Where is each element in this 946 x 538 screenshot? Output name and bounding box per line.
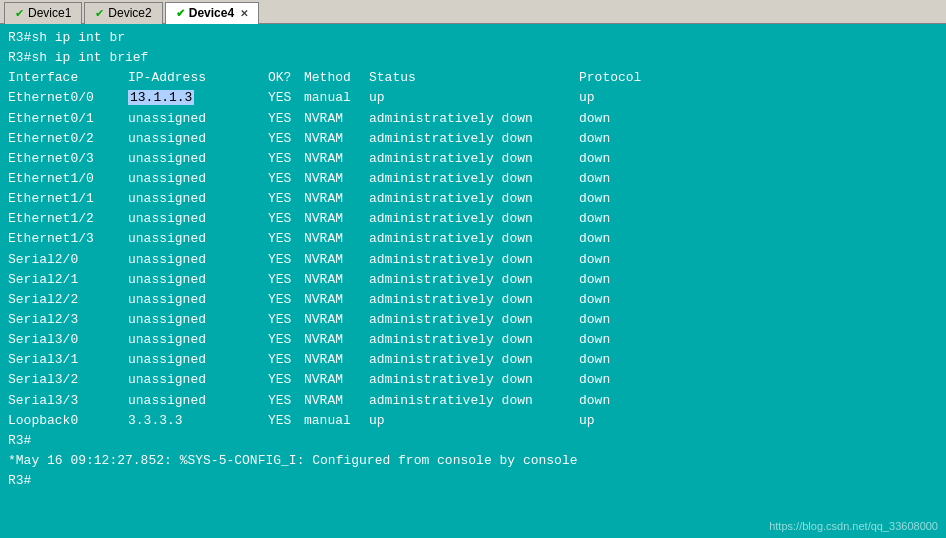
if-ser20: Serial2/0: [8, 250, 128, 270]
method-ser22: NVRAM: [304, 290, 369, 310]
check-icon-3: ✔: [176, 7, 185, 20]
ip-ser33: unassigned: [128, 391, 268, 411]
method-eth11: NVRAM: [304, 189, 369, 209]
row-ser21: Serial2/1 unassigned YES NVRAM administr…: [8, 270, 938, 290]
if-ser23: Serial2/3: [8, 310, 128, 330]
method-eth13: NVRAM: [304, 229, 369, 249]
status-ser31: administratively down: [369, 350, 579, 370]
ip-eth12: unassigned: [128, 209, 268, 229]
row-ser32: Serial3/2 unassigned YES NVRAM administr…: [8, 370, 938, 390]
ip-eth01: unassigned: [128, 109, 268, 129]
ip-ser23: unassigned: [128, 310, 268, 330]
ip-eth11: unassigned: [128, 189, 268, 209]
ok-eth10: YES: [268, 169, 304, 189]
status-lo0: up: [369, 411, 579, 431]
status-eth03: administratively down: [369, 149, 579, 169]
ip-ser20: unassigned: [128, 250, 268, 270]
line-header: Interface IP-Address OK? Method Status P…: [8, 68, 938, 88]
status-eth13: administratively down: [369, 229, 579, 249]
ok-eth00: YES: [268, 88, 304, 108]
if-eth11: Ethernet1/1: [8, 189, 128, 209]
header-ip: IP-Address: [128, 68, 268, 88]
row-eth10: Ethernet1/0 unassigned YES NVRAM adminis…: [8, 169, 938, 189]
header-protocol: Protocol: [579, 68, 641, 88]
status-ser33: administratively down: [369, 391, 579, 411]
tab-device2[interactable]: ✔ Device2: [84, 2, 162, 24]
if-ser22: Serial2/2: [8, 290, 128, 310]
ok-eth12: YES: [268, 209, 304, 229]
proto-ser23: down: [579, 310, 610, 330]
line-cmd2: R3#sh ip int brief: [8, 48, 938, 68]
prompt2-text: R3#: [8, 471, 31, 491]
ok-ser20: YES: [268, 250, 304, 270]
if-eth10: Ethernet1/0: [8, 169, 128, 189]
status-eth10: administratively down: [369, 169, 579, 189]
row-ser20: Serial2/0 unassigned YES NVRAM administr…: [8, 250, 938, 270]
ok-ser31: YES: [268, 350, 304, 370]
status-ser23: administratively down: [369, 310, 579, 330]
tab-device4-label: Device4: [189, 6, 234, 20]
proto-eth10: down: [579, 169, 610, 189]
if-lo0: Loopback0: [8, 411, 128, 431]
if-ser32: Serial3/2: [8, 370, 128, 390]
ip-eth00: 13.1.1.3: [128, 88, 268, 108]
proto-eth11: down: [579, 189, 610, 209]
method-ser32: NVRAM: [304, 370, 369, 390]
close-icon[interactable]: ✕: [240, 8, 248, 19]
method-eth10: NVRAM: [304, 169, 369, 189]
if-ser21: Serial2/1: [8, 270, 128, 290]
status-ser22: administratively down: [369, 290, 579, 310]
status-eth12: administratively down: [369, 209, 579, 229]
cmd2-text: R3#sh ip int brief: [8, 48, 148, 68]
status-eth01: administratively down: [369, 109, 579, 129]
ok-eth03: YES: [268, 149, 304, 169]
proto-lo0: up: [579, 411, 595, 431]
method-ser21: NVRAM: [304, 270, 369, 290]
proto-eth02: down: [579, 129, 610, 149]
ok-eth11: YES: [268, 189, 304, 209]
tab-device1[interactable]: ✔ Device1: [4, 2, 82, 24]
ok-ser21: YES: [268, 270, 304, 290]
row-eth13: Ethernet1/3 unassigned YES NVRAM adminis…: [8, 229, 938, 249]
tab-device4[interactable]: ✔ Device4 ✕: [165, 2, 259, 24]
status-eth11: administratively down: [369, 189, 579, 209]
proto-eth01: down: [579, 109, 610, 129]
method-ser20: NVRAM: [304, 250, 369, 270]
header-interface: Interface: [8, 68, 128, 88]
proto-ser22: down: [579, 290, 610, 310]
proto-ser31: down: [579, 350, 610, 370]
method-eth01: NVRAM: [304, 109, 369, 129]
ip-eth02: unassigned: [128, 129, 268, 149]
line-syslog: *May 16 09:12:27.852: %SYS-5-CONFIG_I: C…: [8, 451, 938, 471]
check-icon-2: ✔: [95, 7, 104, 20]
method-eth00: manual: [304, 88, 369, 108]
ip-ser21: unassigned: [128, 270, 268, 290]
ip-eth10: unassigned: [128, 169, 268, 189]
ip-eth03: unassigned: [128, 149, 268, 169]
tab-device1-label: Device1: [28, 6, 71, 20]
row-ser31: Serial3/1 unassigned YES NVRAM administr…: [8, 350, 938, 370]
if-ser31: Serial3/1: [8, 350, 128, 370]
status-eth02: administratively down: [369, 129, 579, 149]
terminal: R3#sh ip int br R3#sh ip int brief Inter…: [0, 24, 946, 538]
row-ser33: Serial3/3 unassigned YES NVRAM administr…: [8, 391, 938, 411]
status-ser30: administratively down: [369, 330, 579, 350]
if-ser30: Serial3/0: [8, 330, 128, 350]
tab-bar: ✔ Device1 ✔ Device2 ✔ Device4 ✕: [0, 0, 946, 24]
method-ser30: NVRAM: [304, 330, 369, 350]
row-eth02: Ethernet0/2 unassigned YES NVRAM adminis…: [8, 129, 938, 149]
ok-eth02: YES: [268, 129, 304, 149]
proto-ser20: down: [579, 250, 610, 270]
line-prompt1: R3#: [8, 431, 938, 451]
proto-eth00: up: [579, 88, 595, 108]
check-icon: ✔: [15, 7, 24, 20]
if-eth12: Ethernet1/2: [8, 209, 128, 229]
proto-ser33: down: [579, 391, 610, 411]
status-ser20: administratively down: [369, 250, 579, 270]
if-eth03: Ethernet0/3: [8, 149, 128, 169]
if-eth13: Ethernet1/3: [8, 229, 128, 249]
ip-ser30: unassigned: [128, 330, 268, 350]
ok-ser22: YES: [268, 290, 304, 310]
if-ser33: Serial3/3: [8, 391, 128, 411]
ok-ser33: YES: [268, 391, 304, 411]
